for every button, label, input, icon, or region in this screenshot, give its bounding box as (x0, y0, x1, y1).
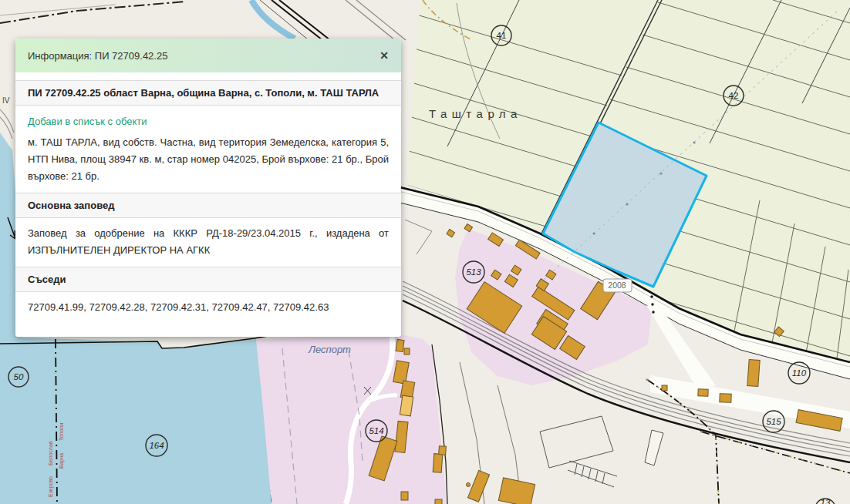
sheet-label-13: 13 (821, 498, 831, 504)
close-icon[interactable]: ✕ (379, 50, 389, 61)
sheet-label-50: 50 (14, 372, 24, 381)
info-popup: Информация: ПИ 72709.42.25 ✕ ПИ 72709.42… (15, 39, 401, 337)
boundary-label-ezerovo: Езерово (48, 476, 54, 497)
port-name-label: Леспорт (308, 344, 351, 355)
parcel-title: ПИ 72709.42.25 област Варна, община Варн… (15, 80, 401, 106)
sheet-label-515: 515 (766, 417, 781, 426)
order-text: Заповед за одобрение на КККР РД-18-29/23… (28, 225, 389, 259)
corner-label: IV (2, 96, 10, 105)
neighbors-text: 72709.41.99, 72709.42.28, 72709.42.31, 7… (28, 299, 389, 316)
boundary-label-varna: Варна (59, 453, 65, 469)
sheet-label-110: 110 (792, 368, 807, 378)
boundary-label-beloslav: Белослав (48, 441, 53, 465)
popup-header: Информация: ПИ 72709.42.25 ✕ (15, 39, 401, 72)
area-name-label: Таштарла (429, 107, 522, 120)
sheet-label-41: 41 (497, 31, 507, 40)
parcel-details-text: м. ТАШ ТАРЛА, вид собств. Частна, вид те… (28, 134, 389, 185)
popup-header-title: Информация: ПИ 72709.42.25 (28, 50, 167, 62)
boundary-label-topoli: Тополи (59, 423, 64, 441)
section-heading-order: Основна заповед (15, 193, 401, 218)
app-window: 41 42 50 164 513 514 515 110 13 Таштарла… (0, 0, 850, 504)
sheet-label-514: 514 (369, 426, 383, 435)
road-number-label: 2008 (608, 281, 626, 290)
road-number-badge: 2008 (603, 279, 632, 292)
sheet-label-164: 164 (149, 441, 164, 450)
sheet-label-513: 513 (466, 267, 481, 277)
section-heading-neighbors: Съседи (15, 267, 401, 292)
sheet-label-42: 42 (729, 91, 739, 100)
add-to-list-link[interactable]: Добави в списък с обекти (28, 116, 389, 127)
